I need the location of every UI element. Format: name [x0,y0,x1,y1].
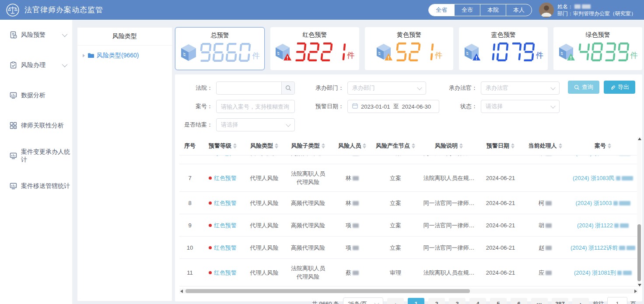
dept-select[interactable]: 承办部门 [347,81,426,95]
table-row[interactable]: 9 红色预警 代理人风险 高频代理风险 项 立案 同一法官同一律师… 2024-… [179,214,638,237]
page-button-5[interactable]: 5 [490,298,507,304]
stat-card-yellow-warning[interactable]: 黄色预警 件 [365,27,454,70]
user-department: 部门：审判管理办公室（研究室） [557,10,636,17]
page-ellipsis[interactable]: ••• [531,298,548,304]
table-horizontal-scrollbar[interactable] [179,289,638,293]
cube-icon [180,43,197,62]
level-dot-red [209,224,212,227]
scope-tab-court[interactable]: 本院 [480,4,506,16]
judge-label: 承办法官： [441,84,477,92]
case-no-input[interactable] [217,103,294,110]
case-link[interactable]: (2024) 浙1083民 [573,175,633,181]
table-row[interactable]: 11 红色预警 代理人风险 法院离职人员代理风险 蔡 审理 法院离职人员在规… … [179,259,638,286]
case-link[interactable]: (2024) 浙1122诉前 [570,244,635,251]
sidebar-item-label: 风险办理 [21,61,46,69]
page-button-last[interactable]: 387 [552,298,568,304]
col-header-type[interactable]: 风险类型 [245,142,284,150]
search-button[interactable]: 查询 [568,81,599,94]
col-header-level[interactable]: 预警等级 [200,142,245,150]
risk-type-panel: 风险类型 风险类型(9660) [77,27,172,301]
sidebar-item-case-transfer-stats[interactable]: 案件移送管辖统计 [0,171,72,201]
stat-card-value [200,43,252,62]
stat-card-value [294,42,346,61]
chevron-down-icon [286,122,290,127]
status-select[interactable]: 请选择 [481,100,560,113]
judge-select[interactable]: 承办法官 [481,81,560,95]
goto-suffix: 页 [630,300,636,304]
goto-label: 前往 [593,300,604,304]
warning-stat-cards: 总预警 件 红色预警 件 黄色预警 件 蓝色预警 [175,27,642,70]
level-link[interactable]: 红色预警 [214,222,237,229]
chevron-down-icon [550,103,555,108]
cube-warning-icon [464,43,481,61]
warning-date-range-picker[interactable]: 2023-01-01 至 2024-06-30 [347,100,439,113]
tree-expand-caret-icon[interactable] [83,54,85,57]
case-link[interactable]: (2024) 浙1003 [575,200,630,206]
stat-card-total-warning[interactable]: 总预警 件 [175,27,265,70]
col-header-date[interactable]: 预警日期 [479,142,522,150]
prev-page-button[interactable]: ‹ [387,298,404,304]
sidebar-item-data-analysis[interactable]: 数据分析 [0,80,72,110]
table-row[interactable]: 7 红色预警 代理人风险 法院离职人员代理风险 林 立案 法院离职人员在规… 2… [179,164,638,192]
level-dot-red [209,201,212,205]
goto-page-input[interactable] [607,297,627,304]
calendar-icon [352,103,358,110]
chevron-down-icon [550,85,555,90]
stat-card-value [483,42,535,61]
warning-table: 序号 预警等级 风险类型 风险子类型 风险人员 风险产生节点 风险说明 预警日期… [179,137,638,288]
table-row[interactable]: 10 红色预警 代理人风险 高频代理风险 项 立案 同一法官同一律师… 2024… [179,237,638,259]
horizontal-scroll-thumb [186,289,470,293]
court-logo-icon [6,4,19,17]
level-link[interactable]: 绿色预警 [214,156,237,156]
stat-card-title: 绿色预警 [586,31,610,39]
closed-select[interactable]: 请选择 [216,118,295,131]
court-input[interactable] [217,85,281,92]
table-row[interactable]: 8 红色预警 代理人风险 高频代理风险 林 立案 同一法官同一律师… 2024-… [179,192,638,214]
sidebar-item-label: 案件移送管辖统计 [21,182,70,190]
table-row[interactable]: 6 绿色预警 代理人风险 高频代理风险 金 立案 同一法官同一律师… 2024-… [179,156,638,164]
col-header-subtype[interactable]: 风险子类型 [284,142,332,150]
case-link[interactable]: (2024) 浙1122 [577,222,629,229]
sort-icon [233,143,237,148]
sidebar-item-case-handler-change-stats[interactable]: 案件变更承办人统计 [0,141,72,171]
page-button-1[interactable]: 1 [408,298,424,304]
stat-card-red-warning[interactable]: 红色预警 件 [270,27,359,70]
level-link[interactable]: 红色预警 [214,200,237,206]
court-search-button[interactable] [281,82,294,94]
total-count: 共 9660 条 [312,300,339,304]
scope-tab-city[interactable]: 全市 [455,4,480,16]
tree-node-risk-type[interactable]: 风险类型(9660) [83,52,172,60]
level-link[interactable]: 红色预警 [214,269,237,276]
scope-tab-province[interactable]: 全省 [429,4,455,16]
scroll-right-arrow-icon [634,290,637,293]
page-button-2[interactable]: 2 [428,298,445,304]
sidebar-item-lawyer-relation[interactable]: 律师关联性分析 [0,110,72,141]
export-button[interactable]: 导出 [604,81,635,94]
sidebar-item-risk-warning[interactable]: 风险预警 [0,20,72,50]
page-size-select[interactable]: 25条/页 [343,297,383,304]
page-button-4[interactable]: 4 [469,298,486,304]
next-page-button[interactable]: › [572,298,589,304]
chart-icon [10,152,17,159]
page-button-3[interactable]: 3 [449,298,466,304]
court-label: 法院： [177,84,213,92]
user-info[interactable]: 姓名： 部门：审判管理办公室（研究室） [539,3,636,18]
case-link[interactable]: (2024) 浙1003民 [575,156,630,156]
case-link[interactable]: (2024) 浙1081刑 [574,269,632,276]
level-link[interactable]: 红色预警 [214,244,237,251]
scope-tab-self[interactable]: 本人 [506,4,532,16]
level-link[interactable]: 红色预警 [214,175,237,181]
page-button-6[interactable]: 6 [511,298,527,304]
stat-card-blue-warning[interactable]: 蓝色预警 件 [459,27,548,70]
col-header-node[interactable]: 风险产生节点 [372,142,419,150]
stat-card-green-warning[interactable]: 绿色预警 件 [553,27,642,70]
col-header-handler[interactable]: 当前处理人 [522,142,568,150]
table-header-row: 序号 预警等级 风险类型 风险子类型 风险人员 风险产生节点 风险说明 预警日期… [179,137,638,156]
relation-icon [10,122,17,129]
stat-card-value [578,42,630,61]
col-header-case-no[interactable]: 案号 [568,142,638,150]
col-header-person[interactable]: 风险人员 [332,142,372,150]
col-header-desc[interactable]: 风险说明 [419,142,479,150]
table-vertical-scrollbar[interactable] [637,137,641,287]
sidebar-item-risk-handle[interactable]: 风险办理 [0,50,72,80]
